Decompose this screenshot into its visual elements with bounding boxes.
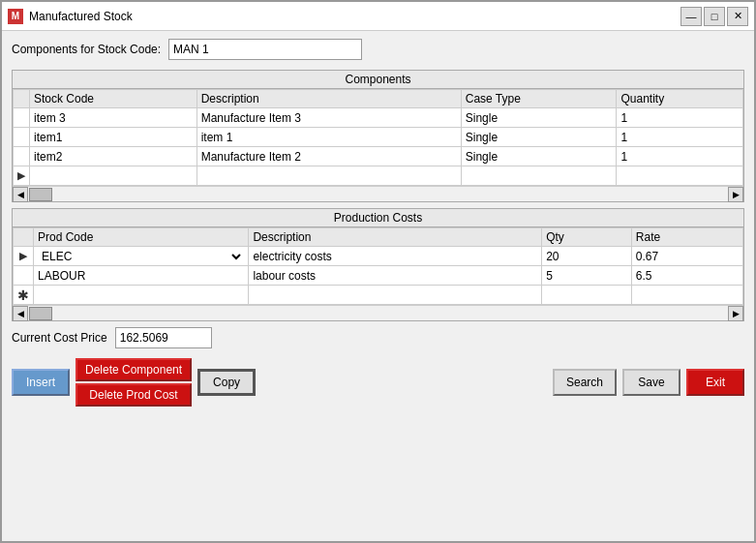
cell-prod-code[interactable]: LABOUR bbox=[34, 266, 249, 286]
new-row[interactable]: ▶ bbox=[14, 166, 743, 186]
prod-costs-header: Production Costs bbox=[13, 209, 743, 227]
cell-stock-code[interactable]: item 3 bbox=[30, 108, 197, 128]
table-row[interactable]: item1 item 1 Single 1 bbox=[14, 128, 743, 147]
hscroll-left-btn[interactable]: ◀ bbox=[13, 187, 28, 202]
cell-empty[interactable] bbox=[617, 166, 743, 186]
production-costs-table: Prod Code Description Qty Rate ▶ ELEC bbox=[13, 227, 743, 305]
prod-costs-hscroll: ◀ ▶ bbox=[13, 305, 743, 320]
cell-qty[interactable]: 5 bbox=[542, 266, 632, 286]
cell-quantity[interactable]: 1 bbox=[617, 147, 743, 166]
new-row[interactable]: ✱ bbox=[14, 286, 743, 305]
save-button[interactable]: Save bbox=[622, 369, 680, 396]
row-indicator bbox=[14, 266, 34, 286]
minimize-button[interactable]: — bbox=[680, 7, 702, 26]
cell-empty[interactable] bbox=[461, 166, 617, 186]
delete-group: Delete Component Delete Prod Cost bbox=[76, 358, 192, 407]
hscroll-thumb2[interactable] bbox=[29, 307, 52, 320]
cost-price-input[interactable] bbox=[115, 327, 212, 348]
col-case-type: Case Type bbox=[461, 90, 617, 108]
cost-price-row: Current Cost Price bbox=[12, 327, 744, 348]
table-row[interactable]: ▶ ELEC electricity costs 20 0.67 bbox=[14, 247, 743, 266]
col-prod-code: Prod Code bbox=[34, 228, 249, 247]
close-button[interactable]: ✕ bbox=[727, 7, 748, 26]
table-row[interactable]: LABOUR labour costs 5 6.5 bbox=[14, 266, 743, 286]
cell-quantity[interactable]: 1 bbox=[617, 128, 743, 147]
cell-empty[interactable] bbox=[197, 166, 461, 186]
buttons-row: Insert Delete Component Delete Prod Cost… bbox=[12, 358, 744, 407]
col-description: Description bbox=[197, 90, 461, 108]
production-costs-section: Production Costs Prod Code Description Q… bbox=[12, 208, 744, 321]
row-indicator bbox=[14, 147, 30, 166]
cell-quantity[interactable]: 1 bbox=[617, 108, 743, 128]
cell-empty[interactable] bbox=[30, 166, 197, 186]
cell-description[interactable]: labour costs bbox=[249, 266, 542, 286]
col-indicator bbox=[14, 228, 34, 247]
components-header: Components bbox=[13, 71, 743, 89]
cell-case-type[interactable]: Single bbox=[461, 128, 617, 147]
components-hscroll: ◀ ▶ bbox=[13, 186, 743, 201]
col-quantity: Quantity bbox=[617, 90, 743, 108]
app-icon: M bbox=[8, 9, 23, 24]
main-window: M Manufactured Stock — □ ✕ Components fo… bbox=[0, 0, 756, 543]
cell-description[interactable]: Manufacture Item 3 bbox=[197, 108, 461, 128]
col-description: Description bbox=[249, 228, 542, 247]
cell-prod-code[interactable]: ELEC bbox=[34, 247, 249, 266]
cell-description[interactable]: item 1 bbox=[197, 128, 461, 147]
hscroll-thumb[interactable] bbox=[29, 188, 52, 201]
hscroll-right-btn2[interactable]: ▶ bbox=[728, 306, 743, 321]
copy-button[interactable]: Copy bbox=[197, 369, 256, 396]
title-bar: M Manufactured Stock — □ ✕ bbox=[2, 2, 754, 31]
cell-stock-code[interactable]: item2 bbox=[30, 147, 197, 166]
window-title: Manufactured Stock bbox=[29, 10, 680, 23]
stock-code-input[interactable] bbox=[168, 39, 362, 60]
table-row[interactable]: item2 Manufacture Item 2 Single 1 bbox=[14, 147, 743, 166]
maximize-button[interactable]: □ bbox=[704, 7, 725, 26]
cell-case-type[interactable]: Single bbox=[461, 108, 617, 128]
cell-stock-code[interactable]: item1 bbox=[30, 128, 197, 147]
cell-empty[interactable] bbox=[249, 286, 542, 305]
table-row[interactable]: item 3 Manufacture Item 3 Single 1 bbox=[14, 108, 743, 128]
col-indicator bbox=[14, 90, 30, 108]
row-indicator bbox=[14, 128, 30, 147]
prod-code-select[interactable]: ELEC bbox=[38, 249, 244, 264]
content-area: Components for Stock Code: Components St… bbox=[2, 31, 754, 541]
exit-button[interactable]: Exit bbox=[686, 369, 744, 396]
right-buttons: Search Save Exit bbox=[553, 369, 744, 396]
cell-empty[interactable] bbox=[631, 286, 742, 305]
cell-rate[interactable]: 6.5 bbox=[631, 266, 742, 286]
cell-description[interactable]: Manufacture Item 2 bbox=[197, 147, 461, 166]
cell-rate[interactable]: 0.67 bbox=[631, 247, 742, 266]
stock-code-label: Components for Stock Code: bbox=[12, 43, 161, 56]
insert-button[interactable]: Insert bbox=[12, 369, 70, 396]
new-row-indicator: ▶ bbox=[14, 166, 30, 186]
cell-case-type[interactable]: Single bbox=[461, 147, 617, 166]
hscroll-left-btn2[interactable]: ◀ bbox=[13, 306, 28, 321]
row-indicator: ▶ bbox=[14, 247, 34, 266]
delete-component-button[interactable]: Delete Component bbox=[76, 358, 192, 381]
col-rate: Rate bbox=[631, 228, 742, 247]
col-stock-code: Stock Code bbox=[30, 90, 197, 108]
search-button[interactable]: Search bbox=[553, 369, 617, 396]
cell-empty[interactable] bbox=[34, 286, 249, 305]
cell-description[interactable]: electricity costs bbox=[249, 247, 542, 266]
delete-prod-cost-button[interactable]: Delete Prod Cost bbox=[76, 383, 192, 407]
cell-empty[interactable] bbox=[542, 286, 632, 305]
window-controls: — □ ✕ bbox=[680, 7, 748, 26]
hscroll-right-btn[interactable]: ▶ bbox=[728, 187, 743, 202]
cell-qty[interactable]: 20 bbox=[542, 247, 632, 266]
asterisk-indicator: ✱ bbox=[14, 286, 34, 305]
stock-code-row: Components for Stock Code: bbox=[12, 39, 744, 60]
row-indicator bbox=[14, 108, 30, 128]
col-qty: Qty bbox=[542, 228, 632, 247]
components-table: Stock Code Description Case Type Quantit… bbox=[13, 89, 743, 186]
components-section: Components Stock Code Description Case T… bbox=[12, 70, 744, 202]
cost-price-label: Current Cost Price bbox=[12, 331, 107, 345]
